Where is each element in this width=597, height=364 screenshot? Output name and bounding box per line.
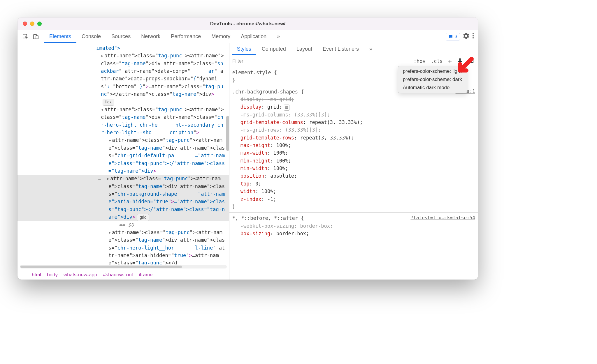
main-split: imated">▸attr-name">class="tag-punc"><at… <box>17 43 478 280</box>
tab-console[interactable]: Console <box>76 30 106 43</box>
kebab-icon <box>472 33 474 39</box>
dom-line[interactable]: ▸attr-name">class="tag-punc"><attr-name"… <box>17 136 229 175</box>
dom-line[interactable]: imated"> <box>17 44 229 52</box>
svg-point-3 <box>473 33 474 34</box>
subtab-computed[interactable]: Computed <box>257 43 291 55</box>
styles-panel: Styles Computed Layout Event Listeners »… <box>229 43 478 280</box>
styles-rules[interactable]: element.style {}n.css:1.chr-background-s… <box>229 67 478 280</box>
svg-point-4 <box>473 35 474 36</box>
rule-selector[interactable]: *, *::before, *::after { <box>232 215 304 221</box>
titlebar: DevTools - chrome://whats-new/ <box>17 17 478 30</box>
styles-filter-input[interactable] <box>232 58 410 64</box>
issues-icon <box>448 35 453 39</box>
annotation-arrow-icon <box>454 56 475 77</box>
svg-point-5 <box>473 37 474 38</box>
cls-toggle[interactable]: .cls <box>430 58 444 64</box>
subtab-layout[interactable]: Layout <box>292 43 317 55</box>
dom-line[interactable]: ▸attr-name">class="tag-punc"><attr-name"… <box>17 52 229 106</box>
tab-application[interactable]: Application <box>236 30 272 43</box>
crumb-iframe[interactable]: iframe <box>139 272 152 278</box>
layout-badge[interactable]: flex <box>103 99 114 106</box>
device-toggle-icon[interactable] <box>33 33 39 40</box>
crumb-shadow[interactable]: #shadow-root <box>103 272 133 278</box>
layout-badge[interactable]: grid <box>137 214 149 221</box>
subtabs-overflow[interactable]: » <box>365 43 377 55</box>
toolbar-left <box>17 30 44 43</box>
window-title: DevTools - chrome://whats-new/ <box>17 21 478 27</box>
dom-line[interactable]: ▸attr-name">class="tag-punc"><attr-name"… <box>17 229 229 264</box>
issues-badge[interactable]: 3 <box>446 33 460 40</box>
breadcrumb-suffix: … <box>159 272 164 278</box>
tab-performance[interactable]: Performance <box>166 30 206 43</box>
horizontal-scrollbar[interactable] <box>20 265 227 268</box>
more-menu-button[interactable] <box>472 33 474 40</box>
toolbar-right: 3 <box>442 30 478 43</box>
rule-selector[interactable]: .chr-background-shapes <box>232 89 301 95</box>
issues-count: 3 <box>455 34 457 40</box>
rule-selector[interactable]: element.style { <box>232 70 277 75</box>
gear-icon <box>463 33 469 39</box>
rule-source-link[interactable]: ?latest=tru…ck=false:54 <box>410 214 475 222</box>
elements-panel: imated">▸attr-name">class="tag-punc"><at… <box>17 43 229 280</box>
tab-memory[interactable]: Memory <box>206 30 236 43</box>
tab-network[interactable]: Network <box>136 30 166 43</box>
breadcrumb-prefix: … <box>21 272 26 278</box>
crumb-app[interactable]: whats-new-app <box>64 272 97 278</box>
panel-tabs: Elements Console Sources Network Perform… <box>44 30 442 43</box>
subtab-styles[interactable]: Styles <box>232 43 256 55</box>
crumb-html[interactable]: html <box>32 272 41 278</box>
tabs-overflow-button[interactable]: » <box>272 30 285 43</box>
scrollbar-thumb[interactable] <box>226 116 229 151</box>
main-toolbar: Elements Console Sources Network Perform… <box>17 30 478 43</box>
dom-tree[interactable]: imated">▸attr-name">class="tag-punc"><at… <box>17 43 229 264</box>
inspect-icon[interactable] <box>22 33 29 40</box>
subtab-listeners[interactable]: Event Listeners <box>318 43 364 55</box>
devtools-window: DevTools - chrome://whats-new/ Elements … <box>17 17 478 280</box>
grid-editor-icon[interactable]: ▦ <box>284 105 289 111</box>
dom-line[interactable]: …▸attr-name">class="tag-punc"><attr-name… <box>17 175 229 221</box>
popover-item-auto[interactable]: Automatic dark mode <box>398 84 467 92</box>
svg-rect-2 <box>36 36 38 39</box>
settings-button[interactable] <box>463 33 469 40</box>
crumb-body[interactable]: body <box>47 272 58 278</box>
styles-toolbar: :hov .cls + <box>229 55 478 67</box>
new-rule-button[interactable]: + <box>447 57 453 65</box>
sidebar-tabs: Styles Computed Layout Event Listeners » <box>229 43 478 55</box>
tab-elements[interactable]: Elements <box>44 30 76 43</box>
dom-line[interactable]: ▾attr-name">class="tag-punc"><attr-name"… <box>17 106 229 136</box>
dom-line[interactable]: == $0 <box>17 221 229 229</box>
hov-toggle[interactable]: :hov <box>412 58 427 64</box>
tab-sources[interactable]: Sources <box>106 30 136 43</box>
breadcrumb-bar: … html body whats-new-app #shadow-root i… <box>17 270 229 280</box>
